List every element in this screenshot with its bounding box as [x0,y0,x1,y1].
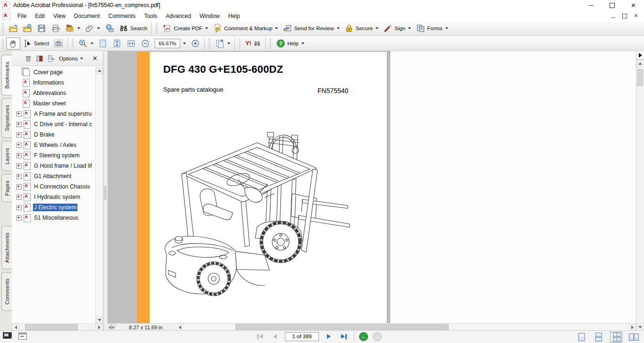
page-display-button[interactable] [213,37,233,50]
print-button[interactable] [49,22,63,34]
scroll-down-icon[interactable] [96,317,103,324]
sign-button[interactable]: Sign [381,22,413,34]
new-bookmark-icon[interactable] [47,54,55,63]
bookmark-label[interactable]: A Frame and superstru [33,110,92,118]
bookmark-item-f-steering[interactable]: F Steering system [12,150,96,161]
attach-dropdown-arrow[interactable] [97,27,100,29]
scrollbar-thumb[interactable] [235,324,449,331]
bookmark-label[interactable]: C Drive unit - Internal c [33,120,93,128]
expand-plus-icon[interactable] [17,215,22,221]
bookmark-item-i-hydraulic[interactable]: I Hydraulic system [12,192,96,202]
zoom-out-button[interactable] [138,37,152,50]
sign-dropdown-arrow[interactable] [408,27,411,29]
bookmark-label-selected[interactable]: J Electric system [33,204,77,211]
scroll-left-icon[interactable] [12,324,19,331]
bookmarks-vertical-scrollbar[interactable] [95,67,103,324]
expand-plus-icon[interactable] [17,195,22,200]
organizer-dropdown-arrow[interactable] [77,27,80,29]
expand-plus-icon[interactable] [17,174,22,179]
bookmark-label[interactable]: G Hoist frame / Load lif [33,162,93,170]
menu-document[interactable]: Document [70,13,104,19]
delete-bookmark-icon[interactable] [24,54,33,63]
expand-plus-icon[interactable] [17,122,22,127]
scrollbar-thumb[interactable] [637,69,643,86]
continuous-facing-layout-icon[interactable] [610,332,622,343]
expand-current-bookmark-icon[interactable] [35,54,44,63]
bookmark-label[interactable]: Abbrevations [32,89,67,97]
menu-tools[interactable]: Tools [140,13,162,19]
create-pdf-button[interactable]: Create PDF [160,22,210,34]
menu-edit[interactable]: Edit [31,13,49,19]
bookmark-label[interactable]: I Hydraulic system [33,193,81,201]
bookmark-item-a-frame[interactable]: A Frame and superstru [12,109,96,119]
zoom-level-dropdown-arrow[interactable] [183,43,186,44]
minimize-button[interactable] [580,0,602,10]
bookmark-item-e-wheels-axles[interactable]: E Wheels / Axles [12,140,96,150]
send-review-dropdown-arrow[interactable] [337,27,340,29]
close-button[interactable]: ✕ [623,0,644,10]
menu-comments[interactable]: Comments [104,13,140,19]
next-page-button[interactable] [324,332,334,341]
first-page-button[interactable] [255,332,265,341]
expand-plus-icon[interactable] [17,132,22,137]
secure-dropdown-arrow[interactable] [376,27,378,29]
fit-page-button[interactable] [96,37,110,50]
page-number-field[interactable] [285,332,319,341]
previous-page-button[interactable] [270,332,280,341]
zoom-level-value[interactable]: 66.67% [155,39,180,48]
attach-button[interactable] [83,22,102,34]
continuous-layout-icon[interactable] [593,332,604,342]
next-view-button[interactable]: → [373,332,382,341]
send-review-button[interactable]: Send for Review [280,22,342,34]
forms-dropdown-arrow[interactable] [445,27,448,29]
show-panel-arrow-button[interactable] [636,51,644,60]
menu-advanced[interactable]: Advanced [162,13,195,19]
tab-signatures[interactable]: Signatures [1,98,12,138]
tab-attachments[interactable]: Attachments [1,226,12,269]
page-display-dropdown-arrow[interactable] [227,43,230,44]
last-page-button[interactable] [339,332,349,341]
organizer-button[interactable] [63,22,83,34]
email-button[interactable] [102,22,117,34]
expand-plus-icon[interactable] [17,111,22,117]
previous-view-button[interactable]: ← [359,332,368,341]
create-pdf-dropdown-arrow[interactable] [205,27,208,29]
save-button[interactable] [34,22,49,34]
zoom-level-combo[interactable]: 66.67% [152,37,188,50]
restore-button[interactable] [602,0,623,10]
expand-plus-icon[interactable] [17,163,22,169]
open-button[interactable] [6,22,20,34]
bookmark-label[interactable]: F Steering system [33,152,81,159]
bookmark-label[interactable]: Master sheet [32,100,67,107]
bookmark-label[interactable]: D Brake [33,131,55,138]
bookmark-item-abbrevations[interactable]: Abbrevations [12,88,96,98]
bookmark-item-cover-page[interactable]: Cover page [12,67,96,77]
bookmark-item-s1-miscellaneous[interactable]: S1 Miscellaneous [12,213,96,223]
mdi-restore-button[interactable] [621,13,628,19]
screen-mode-icon[interactable] [3,332,12,340]
document-horizontal-scrollbar[interactable]: 8.27 x 11.69 in [108,323,636,331]
scroll-up-icon[interactable] [96,67,103,74]
window-mode-icon[interactable] [18,333,27,340]
yahoo-search-button[interactable]: Y! [243,38,263,49]
forms-button[interactable]: Forms [413,22,451,34]
scroll-right-icon[interactable] [628,324,636,331]
tab-bookmarks[interactable]: Bookmarks [1,55,12,95]
select-tool-button[interactable]: Select [20,37,51,50]
bookmark-label[interactable]: E Wheels / Axles [33,141,77,149]
bookmark-label[interactable]: Cover page [33,69,64,76]
zoom-tool-button[interactable] [76,37,96,50]
bookmark-label[interactable]: Informations [32,79,65,86]
comment-markup-button[interactable]: Comment & Markup [210,22,280,34]
menu-window[interactable]: Window [195,13,224,19]
scroll-up-icon[interactable] [636,60,644,67]
bookmark-item-c-drive-unit[interactable]: C Drive unit - Internal c [12,119,96,129]
expand-plus-icon[interactable] [17,184,22,189]
options-menu[interactable]: Options [59,56,83,61]
bookmarks-horizontal-scrollbar[interactable] [12,323,103,331]
expand-plus-icon[interactable] [17,153,22,158]
open-web-button[interactable] [20,22,34,34]
bookmark-item-h-connection-chassis[interactable]: H Connection Chassis [12,181,96,192]
secure-button[interactable]: Secure [342,22,381,34]
tab-pages[interactable]: Pages [1,174,12,202]
